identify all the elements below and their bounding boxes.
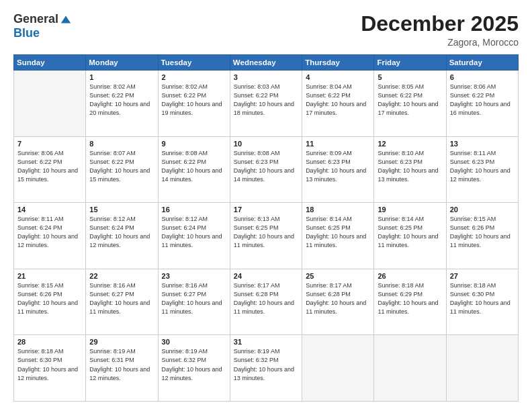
day-info: Sunrise: 8:08 AMSunset: 6:23 PMDaylight:… — [234, 149, 298, 184]
day-info: Sunrise: 8:19 AMSunset: 6:32 PMDaylight:… — [234, 347, 298, 382]
day-info: Sunrise: 8:08 AMSunset: 6:22 PMDaylight:… — [162, 149, 226, 184]
day-number: 29 — [89, 338, 154, 346]
calendar-cell: 17Sunrise: 8:13 AMSunset: 6:25 PMDayligh… — [230, 203, 302, 269]
day-info: Sunrise: 8:17 AMSunset: 6:28 PMDaylight:… — [234, 281, 298, 316]
day-number: 9 — [162, 140, 226, 148]
calendar-week-row: 21Sunrise: 8:15 AMSunset: 6:26 PMDayligh… — [14, 269, 519, 335]
day-info: Sunrise: 8:11 AMSunset: 6:24 PMDaylight:… — [17, 215, 82, 250]
day-number: 1 — [89, 73, 154, 81]
weekday-header-wednesday: Wednesday — [230, 55, 302, 71]
page: General Blue December 2025 Zagora, Moroc… — [0, 0, 532, 411]
calendar-cell: 11Sunrise: 8:09 AMSunset: 6:23 PMDayligh… — [302, 136, 374, 203]
calendar-cell — [302, 335, 374, 402]
calendar-cell: 15Sunrise: 8:12 AMSunset: 6:24 PMDayligh… — [86, 203, 158, 269]
day-info: Sunrise: 8:18 AMSunset: 6:30 PMDaylight:… — [17, 347, 82, 382]
day-number: 7 — [17, 140, 82, 148]
day-info: Sunrise: 8:12 AMSunset: 6:24 PMDaylight:… — [162, 215, 226, 250]
calendar-cell: 26Sunrise: 8:18 AMSunset: 6:29 PMDayligh… — [374, 269, 446, 335]
day-info: Sunrise: 8:14 AMSunset: 6:25 PMDaylight:… — [378, 215, 442, 250]
day-info: Sunrise: 8:07 AMSunset: 6:22 PMDaylight:… — [89, 149, 154, 184]
day-number: 31 — [234, 338, 298, 346]
location: Zagora, Morocco — [361, 37, 519, 48]
day-info: Sunrise: 8:19 AMSunset: 6:32 PMDaylight:… — [162, 347, 226, 382]
day-info: Sunrise: 8:05 AMSunset: 6:22 PMDaylight:… — [378, 83, 442, 118]
day-number: 19 — [378, 205, 442, 214]
calendar-cell: 22Sunrise: 8:16 AMSunset: 6:27 PMDayligh… — [86, 269, 158, 335]
day-number: 17 — [234, 205, 298, 214]
day-info: Sunrise: 8:15 AMSunset: 6:26 PMDaylight:… — [450, 215, 515, 250]
calendar-cell: 1Sunrise: 8:02 AMSunset: 6:22 PMDaylight… — [86, 71, 158, 137]
day-number: 18 — [306, 205, 370, 214]
day-number: 8 — [89, 140, 154, 148]
day-info: Sunrise: 8:16 AMSunset: 6:27 PMDaylight:… — [89, 281, 154, 316]
calendar-cell: 3Sunrise: 8:03 AMSunset: 6:22 PMDaylight… — [230, 71, 302, 137]
month-title: December 2025 — [361, 12, 519, 36]
day-number: 30 — [162, 338, 226, 346]
calendar-cell: 20Sunrise: 8:15 AMSunset: 6:26 PMDayligh… — [446, 203, 518, 269]
day-info: Sunrise: 8:19 AMSunset: 6:31 PMDaylight:… — [89, 347, 154, 382]
day-number: 12 — [378, 140, 442, 148]
day-info: Sunrise: 8:17 AMSunset: 6:28 PMDaylight:… — [306, 281, 370, 316]
day-number: 4 — [306, 73, 370, 81]
calendar-table: SundayMondayTuesdayWednesdayThursdayFrid… — [13, 54, 519, 402]
day-number: 10 — [234, 140, 298, 148]
day-number: 22 — [89, 272, 154, 280]
calendar-cell: 10Sunrise: 8:08 AMSunset: 6:23 PMDayligh… — [230, 136, 302, 203]
calendar-cell: 29Sunrise: 8:19 AMSunset: 6:31 PMDayligh… — [86, 335, 158, 402]
calendar-cell: 23Sunrise: 8:16 AMSunset: 6:27 PMDayligh… — [158, 269, 230, 335]
calendar-header-row: SundayMondayTuesdayWednesdayThursdayFrid… — [14, 55, 519, 71]
calendar-cell: 9Sunrise: 8:08 AMSunset: 6:22 PMDaylight… — [158, 136, 230, 203]
weekday-header-sunday: Sunday — [14, 55, 86, 71]
calendar-week-row: 14Sunrise: 8:11 AMSunset: 6:24 PMDayligh… — [14, 203, 519, 269]
svg-marker-0 — [61, 15, 71, 23]
calendar-cell: 24Sunrise: 8:17 AMSunset: 6:28 PMDayligh… — [230, 269, 302, 335]
calendar-cell: 5Sunrise: 8:05 AMSunset: 6:22 PMDaylight… — [374, 71, 446, 137]
day-number: 15 — [89, 205, 154, 214]
day-number: 28 — [17, 338, 82, 346]
day-number: 11 — [306, 140, 370, 148]
calendar-cell: 28Sunrise: 8:18 AMSunset: 6:30 PMDayligh… — [14, 335, 86, 402]
calendar-cell: 13Sunrise: 8:11 AMSunset: 6:23 PMDayligh… — [446, 136, 518, 203]
day-info: Sunrise: 8:15 AMSunset: 6:26 PMDaylight:… — [17, 281, 82, 316]
day-number: 20 — [450, 205, 515, 214]
weekday-header-thursday: Thursday — [302, 55, 374, 71]
weekday-header-friday: Friday — [374, 55, 446, 71]
title-block: December 2025 Zagora, Morocco — [361, 12, 519, 48]
day-number: 25 — [306, 272, 370, 280]
day-number: 27 — [450, 272, 515, 280]
calendar-cell: 31Sunrise: 8:19 AMSunset: 6:32 PMDayligh… — [230, 335, 302, 402]
day-number: 24 — [234, 272, 298, 280]
calendar-cell: 19Sunrise: 8:14 AMSunset: 6:25 PMDayligh… — [374, 203, 446, 269]
calendar-cell: 2Sunrise: 8:02 AMSunset: 6:22 PMDaylight… — [158, 71, 230, 137]
day-info: Sunrise: 8:06 AMSunset: 6:22 PMDaylight:… — [450, 83, 515, 118]
calendar-cell: 6Sunrise: 8:06 AMSunset: 6:22 PMDaylight… — [446, 71, 518, 137]
calendar-cell — [374, 335, 446, 402]
day-number: 6 — [450, 73, 515, 81]
calendar-cell: 8Sunrise: 8:07 AMSunset: 6:22 PMDaylight… — [86, 136, 158, 203]
weekday-header-saturday: Saturday — [446, 55, 518, 71]
calendar-cell: 7Sunrise: 8:06 AMSunset: 6:22 PMDaylight… — [14, 136, 86, 203]
calendar-cell: 21Sunrise: 8:15 AMSunset: 6:26 PMDayligh… — [14, 269, 86, 335]
calendar-cell: 12Sunrise: 8:10 AMSunset: 6:23 PMDayligh… — [374, 136, 446, 203]
calendar-week-row: 7Sunrise: 8:06 AMSunset: 6:22 PMDaylight… — [14, 136, 519, 203]
day-info: Sunrise: 8:18 AMSunset: 6:30 PMDaylight:… — [450, 281, 515, 316]
day-info: Sunrise: 8:12 AMSunset: 6:24 PMDaylight:… — [89, 215, 154, 250]
day-info: Sunrise: 8:16 AMSunset: 6:27 PMDaylight:… — [162, 281, 226, 316]
calendar-cell: 27Sunrise: 8:18 AMSunset: 6:30 PMDayligh… — [446, 269, 518, 335]
day-number: 16 — [162, 205, 226, 214]
calendar-week-row: 28Sunrise: 8:18 AMSunset: 6:30 PMDayligh… — [14, 335, 519, 402]
calendar-cell: 16Sunrise: 8:12 AMSunset: 6:24 PMDayligh… — [158, 203, 230, 269]
logo-blue-text: Blue — [13, 26, 40, 40]
day-number: 14 — [17, 205, 82, 214]
weekday-header-tuesday: Tuesday — [158, 55, 230, 71]
day-info: Sunrise: 8:09 AMSunset: 6:23 PMDaylight:… — [306, 149, 370, 184]
day-number: 5 — [378, 73, 442, 81]
day-info: Sunrise: 8:10 AMSunset: 6:23 PMDaylight:… — [378, 149, 442, 184]
day-number: 13 — [450, 140, 515, 148]
day-info: Sunrise: 8:11 AMSunset: 6:23 PMDaylight:… — [450, 149, 515, 184]
day-info: Sunrise: 8:13 AMSunset: 6:25 PMDaylight:… — [234, 215, 298, 250]
day-info: Sunrise: 8:18 AMSunset: 6:29 PMDaylight:… — [378, 281, 442, 316]
day-number: 23 — [162, 272, 226, 280]
calendar-cell — [14, 71, 86, 137]
logo-icon — [60, 13, 72, 26]
